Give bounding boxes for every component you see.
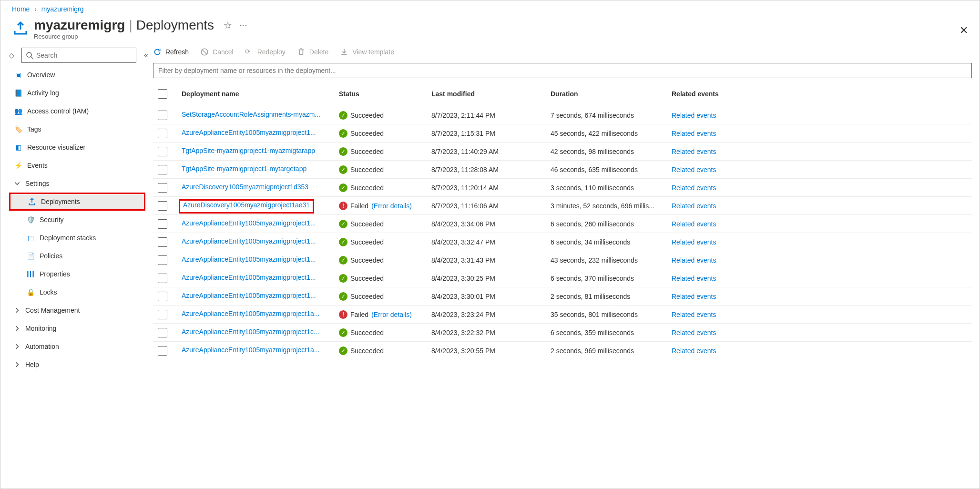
status-text: Succeeded xyxy=(350,256,384,264)
sidebar-item-access-control[interactable]: 👥 Access control (IAM) xyxy=(9,102,148,120)
sidebar-item-properties[interactable]: Properties xyxy=(9,265,148,283)
row-checkbox[interactable] xyxy=(158,310,167,319)
sidebar-item-activity-log[interactable]: 📘 Activity log xyxy=(9,84,148,102)
sidebar-item-policies[interactable]: 📄 Policies xyxy=(9,247,148,265)
deployment-name-link[interactable]: AzureApplianceEntity1005myazmigproject1.… xyxy=(182,237,316,245)
svg-rect-4 xyxy=(33,271,34,277)
delete-icon xyxy=(297,48,306,56)
related-events-link[interactable]: Related events xyxy=(672,220,716,228)
row-checkbox[interactable] xyxy=(158,346,167,356)
pin-icon[interactable]: ◇ xyxy=(9,51,18,59)
deployment-name-link[interactable]: TgtAppSite-myazmigproject1-mytargetapp xyxy=(182,165,306,173)
related-events-link[interactable]: Related events xyxy=(672,238,716,246)
row-checkbox[interactable] xyxy=(158,255,167,265)
related-events-link[interactable]: Related events xyxy=(672,184,716,192)
error-details-link[interactable]: (Error details) xyxy=(371,202,412,210)
col-header-modified[interactable]: Last modified xyxy=(431,90,551,98)
row-checkbox[interactable] xyxy=(158,165,167,174)
deployment-name-link[interactable]: AzureApplianceEntity1005myazmigproject1.… xyxy=(182,292,316,299)
close-icon[interactable]: ✕ xyxy=(960,24,968,37)
favorite-icon[interactable]: ☆ xyxy=(224,20,232,31)
col-header-duration[interactable]: Duration xyxy=(551,90,672,98)
modified-cell: 8/4/2023, 3:30:25 PM xyxy=(431,275,551,282)
sidebar-item-security[interactable]: 🛡️ Security xyxy=(9,211,148,229)
properties-icon xyxy=(26,270,35,278)
filter-input-container[interactable] xyxy=(153,63,972,78)
deployment-name-link[interactable]: AzureApplianceEntity1005myazmigproject1.… xyxy=(182,274,316,281)
deployment-name-link[interactable]: AzureApplianceEntity1005myazmigproject1.… xyxy=(182,219,316,227)
related-events-link[interactable]: Related events xyxy=(672,166,716,173)
table-row: AzureDiscovery1005myazmigproject1ae31!Fa… xyxy=(153,196,972,214)
svg-rect-2 xyxy=(27,271,28,277)
deployment-name-link[interactable]: AzureApplianceEntity1005myazmigproject1c… xyxy=(182,328,319,336)
row-checkbox[interactable] xyxy=(158,201,167,211)
row-checkbox[interactable] xyxy=(158,147,167,156)
sidebar-search-input[interactable] xyxy=(36,51,132,59)
row-checkbox[interactable] xyxy=(158,219,167,229)
refresh-button[interactable]: Refresh xyxy=(153,48,189,56)
events-icon: ⚡ xyxy=(14,161,22,170)
collapse-icon[interactable]: « xyxy=(144,51,148,60)
related-events-link[interactable]: Related events xyxy=(672,293,716,300)
deployment-name-link[interactable]: SetStorageAccountRoleAssignments-myazm..… xyxy=(182,111,320,118)
related-events-link[interactable]: Related events xyxy=(672,311,716,318)
cancel-button: Cancel xyxy=(200,48,234,56)
related-events-link[interactable]: Related events xyxy=(672,329,716,336)
sidebar-group-help[interactable]: Help xyxy=(9,356,148,374)
col-header-related[interactable]: Related events xyxy=(672,90,729,98)
related-events-link[interactable]: Related events xyxy=(672,256,716,264)
row-checkbox[interactable] xyxy=(158,111,167,120)
duration-cell: 6 seconds, 359 milliseconds xyxy=(551,329,672,336)
related-events-link[interactable]: Related events xyxy=(672,202,716,210)
sidebar-item-tags[interactable]: 🏷️ Tags xyxy=(9,120,148,138)
breadcrumb-sep: › xyxy=(34,5,37,13)
row-checkbox[interactable] xyxy=(158,274,167,283)
row-checkbox[interactable] xyxy=(158,328,167,337)
select-all-checkbox[interactable] xyxy=(158,89,167,99)
related-events-link[interactable]: Related events xyxy=(672,347,716,355)
related-events-link[interactable]: Related events xyxy=(672,112,716,119)
deployment-name-link[interactable]: AzureApplianceEntity1005myazmigproject1.… xyxy=(182,255,316,263)
modified-cell: 8/4/2023, 3:32:47 PM xyxy=(431,238,551,246)
cancel-label: Cancel xyxy=(213,48,234,56)
sidebar-label: Help xyxy=(25,361,39,368)
status-text: Succeeded xyxy=(350,220,384,228)
sidebar-item-resource-visualizer[interactable]: ◧ Resource visualizer xyxy=(9,138,148,156)
page-header: myazuremigrg | Deployments ☆ ⋯ Resource … xyxy=(0,16,980,40)
sidebar-item-overview[interactable]: ▣ Overview xyxy=(9,66,148,84)
related-events-link[interactable]: Related events xyxy=(672,275,716,282)
sidebar-item-events[interactable]: ⚡ Events xyxy=(9,156,148,174)
row-checkbox[interactable] xyxy=(158,292,167,301)
related-events-link[interactable]: Related events xyxy=(672,130,716,137)
row-checkbox[interactable] xyxy=(158,237,167,247)
sidebar-item-deployment-stacks[interactable]: ▤ Deployment stacks xyxy=(9,229,148,247)
sidebar-group-cost[interactable]: Cost Management xyxy=(9,301,148,319)
sidebar-group-monitoring[interactable]: Monitoring xyxy=(9,319,148,337)
col-header-name[interactable]: Deployment name xyxy=(182,90,339,98)
sidebar-item-deployments[interactable]: Deployments xyxy=(9,193,145,211)
svg-rect-3 xyxy=(30,271,31,277)
deployment-name-link[interactable]: AzureApplianceEntity1005myazmigproject1a… xyxy=(182,346,320,354)
sidebar-group-settings[interactable]: Settings xyxy=(9,174,148,193)
resource-visualizer-icon: ◧ xyxy=(14,143,22,152)
breadcrumb-home[interactable]: Home xyxy=(12,5,30,13)
sidebar-label: Resource visualizer xyxy=(27,143,85,151)
error-details-link[interactable]: (Error details) xyxy=(371,311,412,318)
sidebar-item-locks[interactable]: 🔒 Locks xyxy=(9,283,148,301)
deployment-name-link[interactable]: AzureApplianceEntity1005myazmigproject1a… xyxy=(182,310,320,317)
breadcrumb-rg[interactable]: myazuremigrg xyxy=(41,5,84,13)
page-title: myazuremigrg xyxy=(34,18,125,33)
filter-input[interactable] xyxy=(158,67,967,74)
deployment-name-link[interactable]: TgtAppSite-myazmigproject1-myazmigtarapp xyxy=(182,147,315,154)
deployment-name-link[interactable]: AzureDiscovery1005myazmigproject1ae31 xyxy=(183,201,310,209)
deployment-name-link[interactable]: AzureApplianceEntity1005myazmigproject1.… xyxy=(182,129,316,136)
col-header-status[interactable]: Status xyxy=(339,90,431,98)
row-checkbox[interactable] xyxy=(158,129,167,138)
sidebar-group-automation[interactable]: Automation xyxy=(9,337,148,356)
deployment-name-link[interactable]: AzureDiscovery1005myazmigproject1d353 xyxy=(182,183,308,191)
related-events-link[interactable]: Related events xyxy=(672,148,716,155)
row-checkbox[interactable] xyxy=(158,183,167,193)
more-icon[interactable]: ⋯ xyxy=(239,20,247,31)
sidebar-search[interactable] xyxy=(21,48,136,63)
table-row: AzureApplianceEntity1005myazmigproject1c… xyxy=(153,323,972,341)
